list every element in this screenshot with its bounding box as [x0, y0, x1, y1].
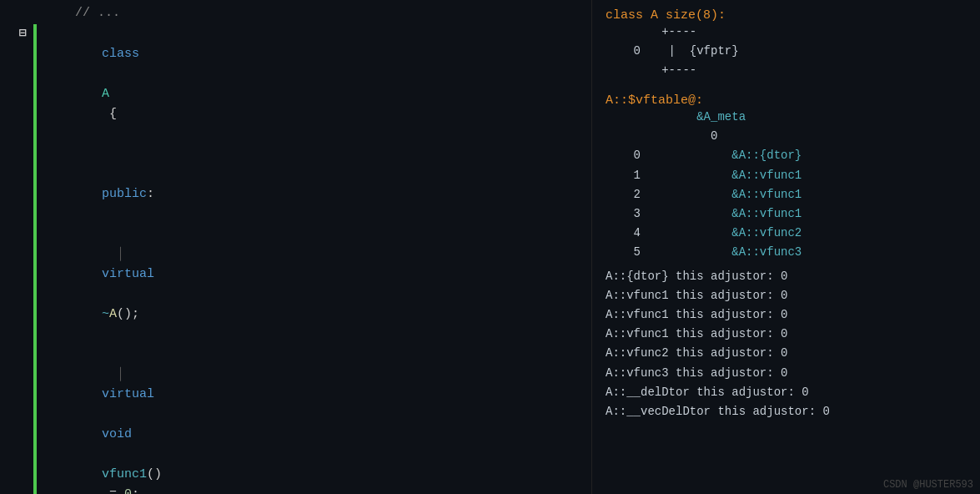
parens: ()	[147, 467, 162, 481]
public-line: public:	[0, 144, 591, 224]
kw-virtual2: virtual	[102, 387, 154, 401]
fn-vfunc1: vfunc1	[102, 467, 147, 481]
fold-icon[interactable]: ⊟	[19, 24, 27, 44]
row-idx-3: 3	[634, 207, 641, 220]
class-size-title: class A size(8):	[606, 8, 967, 23]
green-bar	[33, 24, 37, 144]
tilde: ~	[102, 307, 109, 321]
class-name-a: A	[102, 87, 109, 101]
table-row-line: 0 | {vfptr}	[606, 42, 967, 61]
indent	[102, 167, 115, 181]
semi: ;	[132, 487, 139, 494]
fn-a-dtor: A	[109, 307, 117, 321]
vfunc1-ref-2: &A::vfunc1	[731, 188, 802, 201]
adjustor-line: A::{dtor} this adjustor: 0	[606, 267, 967, 286]
class-a-header: ⊟ class A {	[0, 24, 591, 144]
class-a-size: class A size(8):	[606, 8, 726, 23]
vftable-row-meta: &A_meta	[606, 108, 967, 127]
line-virtual-dtor: │ virtual ~A();	[38, 224, 591, 345]
vftable-title: A::$vftable@:	[606, 93, 967, 108]
vftable-row-5: 5 &A::vfunc3	[606, 243, 967, 262]
green-bar	[33, 345, 37, 494]
adjustor-line: A::vfunc2 this adjustor: 0	[606, 344, 967, 363]
row-idx-4: 4	[634, 226, 641, 239]
vfunc3-ref: &A::vfunc3	[731, 245, 802, 259]
adjustor-line: A::vfunc1 this adjustor: 0	[606, 325, 967, 344]
empty-bar	[33, 3, 37, 24]
kw-class: class	[102, 47, 139, 61]
meta-ref: &A_meta	[696, 110, 746, 124]
pipe: │	[102, 367, 139, 381]
adjustor-line: A::__delDtor this adjustor: 0	[606, 383, 967, 402]
space	[102, 67, 109, 81]
vftable-row-2: 2 &A::vfunc1	[606, 185, 967, 204]
row-idx-0: 0	[634, 149, 641, 162]
zero-offset: 0	[711, 129, 717, 143]
vftable-row-0: 0 &A::{dtor}	[606, 146, 967, 165]
table-footer-line: +----	[606, 61, 967, 80]
member-vfunc1-noarg: │ virtual void vfunc1() = 0;	[0, 345, 591, 494]
adjustor-line: A::vfunc3 this adjustor: 0	[606, 364, 967, 383]
vfunc1-ref-1: &A::vfunc1	[731, 169, 802, 182]
comment-line: // ...	[0, 3, 591, 24]
zero: 0	[124, 487, 132, 494]
kw-virtual1: virtual	[102, 267, 154, 281]
vftable-row-zero-offset: 0	[606, 127, 967, 146]
vfunc2-ref: &A::vfunc2	[731, 226, 802, 239]
adjustors-container: A::{dtor} this adjustor: 0A::vfunc1 this…	[606, 267, 967, 421]
adjustor-line: A::__vecDelDtor this adjustor: 0	[606, 402, 967, 421]
class-a-decl: class A {	[38, 24, 591, 144]
vftable-row-3: 3 &A::vfunc1	[606, 204, 967, 224]
eq: =	[109, 487, 117, 494]
code-area: // ... ⊟ class A { public:	[0, 0, 591, 494]
green-bar	[33, 144, 37, 224]
kw-void1: void	[102, 427, 132, 441]
right-panel: class A size(8): +---- 0 | {vfptr} +----…	[592, 0, 980, 494]
vftable-row-4: 4 &A::vfunc2	[606, 224, 967, 243]
member-virtual-destructor-a: │ virtual ~A();	[0, 224, 591, 345]
semi: ;	[132, 307, 139, 321]
vfunc1-ref-3: &A::vfunc1	[731, 207, 802, 220]
row-idx-5: 5	[634, 245, 641, 259]
green-bar	[33, 224, 37, 345]
vftable-row-1: 1 &A::vfunc1	[606, 166, 967, 185]
pipe: │	[102, 247, 139, 261]
top-comment: // ...	[38, 3, 591, 23]
kw-public: public	[102, 187, 147, 201]
watermark: CSDN @HUSTER593	[883, 479, 973, 491]
table-header-line: +----	[606, 23, 967, 42]
line-vfunc1-noarg: │ virtual void vfunc1() = 0;	[38, 345, 591, 494]
parens: ()	[117, 307, 132, 321]
gutter: ⊟	[0, 24, 33, 44]
spacer1	[606, 80, 967, 87]
dtor-ref: &A::{dtor}	[731, 149, 802, 162]
row-idx-1: 1	[634, 169, 641, 182]
left-panel: // ... ⊟ class A { public:	[0, 0, 592, 494]
colon: :	[147, 187, 154, 201]
adjustor-line: A::vfunc1 this adjustor: 0	[606, 305, 967, 325]
public-kw: public:	[38, 144, 591, 224]
adjustor-line: A::vfunc1 this adjustor: 0	[606, 286, 967, 305]
brace-open: {	[102, 107, 117, 121]
row-idx-2: 2	[634, 188, 641, 201]
